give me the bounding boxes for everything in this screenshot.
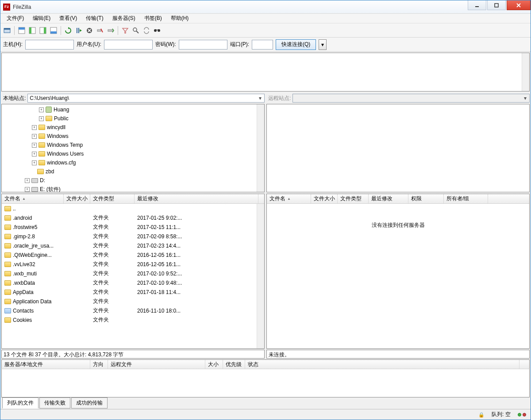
file-row[interactable]: .vvLive32文件夹2016-12-05 16:1... [2,260,264,269]
local-file-list[interactable]: 文件名▲文件大小文件类型最近修改 ...android文件夹2017-01-25… [1,194,265,349]
remote-file-list[interactable]: 文件名▲文件大小文件类型最近修改权限所有者/组 没有连接到任何服务器 [266,194,530,349]
column-header[interactable]: 方向 [90,360,108,369]
app-icon [3,4,10,11]
tab-success[interactable]: 成功的传输 [71,397,108,409]
maximize-button[interactable] [487,0,506,10]
log-scrollbar[interactable] [522,53,529,91]
username-input[interactable] [104,40,153,50]
menu-server[interactable]: 服务器(S) [108,14,140,23]
close-button[interactable] [507,0,531,10]
search-icon[interactable] [152,26,162,35]
column-header[interactable]: 文件名▲ [2,194,64,203]
file-row[interactable]: .gimp-2.8文件夹2017-02-09 8:58:... [2,232,264,241]
menu-edit[interactable]: 编辑(E) [28,14,55,23]
toggle-queue-icon[interactable] [49,26,58,35]
file-row[interactable]: Cookies文件夹 [2,315,264,325]
toggle-remote-tree-icon[interactable] [38,26,48,35]
toggle-local-tree-icon[interactable] [27,26,37,35]
column-header[interactable]: 状态 [245,360,519,369]
refresh-icon[interactable] [63,26,73,35]
column-header[interactable]: 文件类型 [90,194,135,203]
file-row[interactable]: .oracle_jre_usa...文件夹2017-02-23 14:4... [2,241,264,250]
transfer-body[interactable] [1,369,530,397]
cancel-icon[interactable] [85,26,94,35]
expand-icon[interactable]: + [25,187,30,192]
filter-icon[interactable] [120,26,130,35]
site-manager-icon[interactable] [2,26,12,35]
list-scrollbar[interactable] [257,204,264,348]
column-header[interactable]: 文件大小 [64,194,90,203]
column-header[interactable]: 优先级 [223,360,245,369]
file-row[interactable]: .wxb_muti文件夹2017-02-10 9:52:... [2,269,264,278]
expand-icon[interactable]: + [39,116,44,121]
chevron-down-icon[interactable]: ▾ [257,95,263,101]
minimize-button[interactable] [468,0,486,10]
menu-help[interactable]: 帮助(H) [166,14,193,23]
column-header[interactable]: 所有者/组 [444,194,488,203]
expand-icon[interactable]: + [32,134,37,139]
tree-item[interactable]: +Public [2,114,264,123]
file-row[interactable]: .frostwire5文件夹2017-02-15 11:1... [2,222,264,232]
column-header[interactable]: 最近修改 [135,194,258,203]
process-queue-icon[interactable] [74,26,84,35]
tree-item[interactable]: +Windows Temp [2,141,264,149]
expand-icon[interactable]: + [39,107,44,112]
column-header[interactable]: 文件类型 [338,194,369,203]
tree-item[interactable]: +Windows [2,132,264,141]
column-header[interactable]: 大小 [205,360,223,369]
expand-icon[interactable]: + [32,152,37,157]
activity-leds [518,412,526,418]
sync-browse-icon[interactable] [142,26,151,35]
column-header[interactable]: 文件大小 [311,194,338,203]
expand-icon[interactable]: + [25,178,30,183]
local-path-combo[interactable]: C:\Users\Huang\ ▾ [27,94,265,103]
tab-queued[interactable]: 列队的文件 [2,397,38,409]
file-row[interactable]: .wxbData文件夹2017-02-10 9:48:... [2,278,264,287]
quickconnect-button[interactable]: 快速连接(Q) [276,39,316,50]
menu-file[interactable]: 文件(F) [2,14,28,23]
menu-transfer[interactable]: 传输(T) [81,14,108,23]
file-row[interactable]: .. [2,204,264,213]
expand-icon[interactable]: + [32,125,37,130]
tree-item[interactable]: +windows.cfg [2,158,264,167]
host-input[interactable] [25,40,74,50]
svg-rect-5 [4,28,10,30]
compare-icon[interactable] [131,26,141,35]
tab-failed[interactable]: 传输失败 [39,397,70,409]
expand-icon[interactable]: + [32,143,37,148]
file-row[interactable]: Application Data文件夹 [2,297,264,306]
menu-bookmarks[interactable]: 书签(B) [140,14,166,23]
local-tree[interactable]: +Huang+Public+wincydll+Windows+Windows T… [1,104,265,192]
local-list-body[interactable]: ...android文件夹2017-01-25 9:02:....frostwi… [2,204,264,348]
tree-item[interactable]: +D: [2,176,264,185]
toggle-log-icon[interactable] [17,26,27,35]
column-header[interactable]: 最近修改 [369,194,408,203]
disconnect-icon[interactable] [95,26,105,35]
column-header[interactable]: 文件名▲ [267,194,311,203]
menu-view[interactable]: 查看(V) [55,14,81,23]
file-row[interactable]: .QtWebEngine...文件夹2016-12-05 16:1... [2,250,264,260]
remote-tree[interactable] [266,104,530,192]
tree-label: wincydll [47,124,65,130]
tree-item[interactable]: zbd [2,167,264,176]
port-input[interactable] [252,40,273,50]
tree-item[interactable]: +Windows Users [2,149,264,158]
tree-item[interactable]: +wincydll [2,123,264,132]
column-header[interactable]: 服务器/本地文件 [2,360,90,369]
column-header[interactable]: 远程文件 [108,360,205,369]
file-row[interactable]: Contacts文件夹2016-11-10 18:0... [2,306,264,315]
quickconnect-dropdown[interactable]: ▾ [319,39,327,50]
local-path-text: C:\Users\Huang\ [30,95,69,101]
expand-icon[interactable]: + [32,160,37,165]
message-log[interactable] [1,53,530,92]
svg-rect-19 [108,30,112,31]
file-row[interactable]: .android文件夹2017-01-25 9:02:... [2,213,264,222]
tree-label: windows.cfg [47,160,76,166]
reconnect-icon[interactable] [106,26,115,35]
tree-item[interactable]: +Huang [2,105,264,114]
tree-item[interactable]: +E: (软件) [2,185,264,192]
tree-scrollbar[interactable] [257,104,264,192]
column-header[interactable]: 权限 [408,194,444,203]
password-input[interactable] [179,40,227,50]
file-row[interactable]: AppData文件夹2017-01-18 11:4... [2,287,264,297]
